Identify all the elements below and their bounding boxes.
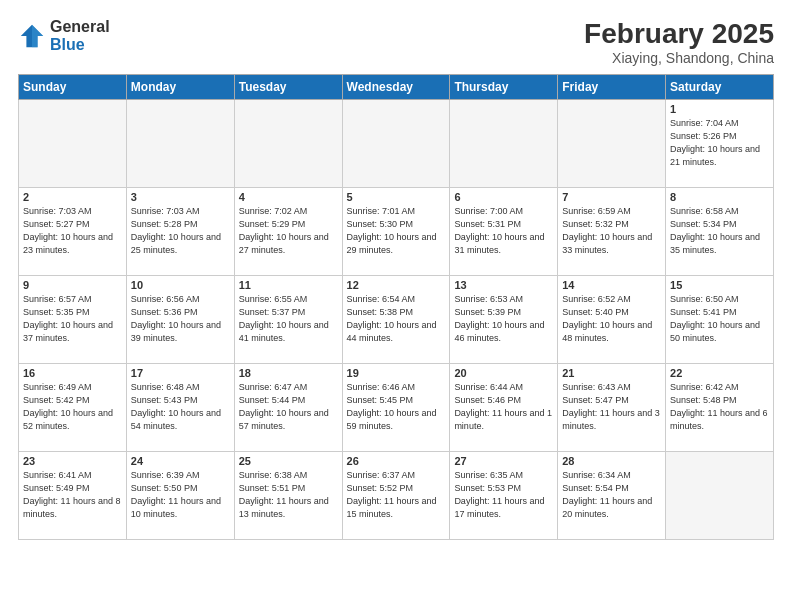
calendar-cell: 18Sunrise: 6:47 AM Sunset: 5:44 PM Dayli… bbox=[234, 364, 342, 452]
calendar-cell: 28Sunrise: 6:34 AM Sunset: 5:54 PM Dayli… bbox=[558, 452, 666, 540]
day-number: 17 bbox=[131, 367, 230, 379]
calendar-cell: 10Sunrise: 6:56 AM Sunset: 5:36 PM Dayli… bbox=[126, 276, 234, 364]
day-number: 23 bbox=[23, 455, 122, 467]
calendar-cell: 8Sunrise: 6:58 AM Sunset: 5:34 PM Daylig… bbox=[666, 188, 774, 276]
day-number: 16 bbox=[23, 367, 122, 379]
day-number: 12 bbox=[347, 279, 446, 291]
day-info: Sunrise: 6:53 AM Sunset: 5:39 PM Dayligh… bbox=[454, 293, 553, 345]
weekday-header: Thursday bbox=[450, 75, 558, 100]
day-info: Sunrise: 6:42 AM Sunset: 5:48 PM Dayligh… bbox=[670, 381, 769, 433]
day-info: Sunrise: 6:44 AM Sunset: 5:46 PM Dayligh… bbox=[454, 381, 553, 433]
calendar-cell: 17Sunrise: 6:48 AM Sunset: 5:43 PM Dayli… bbox=[126, 364, 234, 452]
day-info: Sunrise: 6:49 AM Sunset: 5:42 PM Dayligh… bbox=[23, 381, 122, 433]
day-number: 18 bbox=[239, 367, 338, 379]
day-number: 7 bbox=[562, 191, 661, 203]
calendar-week-row: 9Sunrise: 6:57 AM Sunset: 5:35 PM Daylig… bbox=[19, 276, 774, 364]
day-info: Sunrise: 7:03 AM Sunset: 5:27 PM Dayligh… bbox=[23, 205, 122, 257]
calendar-cell: 11Sunrise: 6:55 AM Sunset: 5:37 PM Dayli… bbox=[234, 276, 342, 364]
calendar-cell: 7Sunrise: 6:59 AM Sunset: 5:32 PM Daylig… bbox=[558, 188, 666, 276]
day-info: Sunrise: 7:04 AM Sunset: 5:26 PM Dayligh… bbox=[670, 117, 769, 169]
calendar-cell: 6Sunrise: 7:00 AM Sunset: 5:31 PM Daylig… bbox=[450, 188, 558, 276]
day-number: 28 bbox=[562, 455, 661, 467]
day-number: 20 bbox=[454, 367, 553, 379]
day-number: 4 bbox=[239, 191, 338, 203]
svg-marker-1 bbox=[32, 24, 43, 46]
logo-text: General Blue bbox=[50, 18, 110, 53]
calendar-cell: 27Sunrise: 6:35 AM Sunset: 5:53 PM Dayli… bbox=[450, 452, 558, 540]
page: General Blue February 2025 Xiaying, Shan… bbox=[0, 0, 792, 612]
day-info: Sunrise: 6:34 AM Sunset: 5:54 PM Dayligh… bbox=[562, 469, 661, 521]
month-title: February 2025 bbox=[584, 18, 774, 50]
day-number: 2 bbox=[23, 191, 122, 203]
day-info: Sunrise: 6:35 AM Sunset: 5:53 PM Dayligh… bbox=[454, 469, 553, 521]
calendar-cell: 24Sunrise: 6:39 AM Sunset: 5:50 PM Dayli… bbox=[126, 452, 234, 540]
calendar-cell bbox=[558, 100, 666, 188]
calendar-cell: 26Sunrise: 6:37 AM Sunset: 5:52 PM Dayli… bbox=[342, 452, 450, 540]
day-number: 24 bbox=[131, 455, 230, 467]
weekday-header: Friday bbox=[558, 75, 666, 100]
calendar-cell bbox=[450, 100, 558, 188]
weekday-header: Monday bbox=[126, 75, 234, 100]
calendar-cell: 21Sunrise: 6:43 AM Sunset: 5:47 PM Dayli… bbox=[558, 364, 666, 452]
day-info: Sunrise: 6:56 AM Sunset: 5:36 PM Dayligh… bbox=[131, 293, 230, 345]
day-number: 5 bbox=[347, 191, 446, 203]
day-number: 13 bbox=[454, 279, 553, 291]
logo-general: General bbox=[50, 18, 110, 36]
day-info: Sunrise: 6:54 AM Sunset: 5:38 PM Dayligh… bbox=[347, 293, 446, 345]
day-number: 19 bbox=[347, 367, 446, 379]
calendar-cell bbox=[126, 100, 234, 188]
calendar-cell bbox=[342, 100, 450, 188]
calendar-cell: 16Sunrise: 6:49 AM Sunset: 5:42 PM Dayli… bbox=[19, 364, 127, 452]
day-info: Sunrise: 7:02 AM Sunset: 5:29 PM Dayligh… bbox=[239, 205, 338, 257]
calendar-cell: 23Sunrise: 6:41 AM Sunset: 5:49 PM Dayli… bbox=[19, 452, 127, 540]
day-info: Sunrise: 7:01 AM Sunset: 5:30 PM Dayligh… bbox=[347, 205, 446, 257]
day-info: Sunrise: 6:43 AM Sunset: 5:47 PM Dayligh… bbox=[562, 381, 661, 433]
day-info: Sunrise: 6:39 AM Sunset: 5:50 PM Dayligh… bbox=[131, 469, 230, 521]
weekday-header: Saturday bbox=[666, 75, 774, 100]
calendar-cell: 15Sunrise: 6:50 AM Sunset: 5:41 PM Dayli… bbox=[666, 276, 774, 364]
logo-blue: Blue bbox=[50, 36, 110, 54]
day-number: 25 bbox=[239, 455, 338, 467]
weekday-header: Wednesday bbox=[342, 75, 450, 100]
title-block: February 2025 Xiaying, Shandong, China bbox=[584, 18, 774, 66]
calendar-cell bbox=[234, 100, 342, 188]
calendar-cell: 14Sunrise: 6:52 AM Sunset: 5:40 PM Dayli… bbox=[558, 276, 666, 364]
day-info: Sunrise: 6:47 AM Sunset: 5:44 PM Dayligh… bbox=[239, 381, 338, 433]
day-info: Sunrise: 6:50 AM Sunset: 5:41 PM Dayligh… bbox=[670, 293, 769, 345]
day-number: 11 bbox=[239, 279, 338, 291]
day-info: Sunrise: 6:37 AM Sunset: 5:52 PM Dayligh… bbox=[347, 469, 446, 521]
day-number: 15 bbox=[670, 279, 769, 291]
header: General Blue February 2025 Xiaying, Shan… bbox=[18, 18, 774, 66]
day-info: Sunrise: 6:48 AM Sunset: 5:43 PM Dayligh… bbox=[131, 381, 230, 433]
day-info: Sunrise: 6:59 AM Sunset: 5:32 PM Dayligh… bbox=[562, 205, 661, 257]
day-number: 3 bbox=[131, 191, 230, 203]
day-info: Sunrise: 6:58 AM Sunset: 5:34 PM Dayligh… bbox=[670, 205, 769, 257]
calendar-week-row: 2Sunrise: 7:03 AM Sunset: 5:27 PM Daylig… bbox=[19, 188, 774, 276]
day-number: 1 bbox=[670, 103, 769, 115]
calendar-week-row: 23Sunrise: 6:41 AM Sunset: 5:49 PM Dayli… bbox=[19, 452, 774, 540]
calendar: SundayMondayTuesdayWednesdayThursdayFrid… bbox=[18, 74, 774, 540]
calendar-cell: 3Sunrise: 7:03 AM Sunset: 5:28 PM Daylig… bbox=[126, 188, 234, 276]
day-info: Sunrise: 6:55 AM Sunset: 5:37 PM Dayligh… bbox=[239, 293, 338, 345]
day-info: Sunrise: 7:03 AM Sunset: 5:28 PM Dayligh… bbox=[131, 205, 230, 257]
calendar-cell: 19Sunrise: 6:46 AM Sunset: 5:45 PM Dayli… bbox=[342, 364, 450, 452]
day-info: Sunrise: 7:00 AM Sunset: 5:31 PM Dayligh… bbox=[454, 205, 553, 257]
calendar-cell: 20Sunrise: 6:44 AM Sunset: 5:46 PM Dayli… bbox=[450, 364, 558, 452]
calendar-cell: 1Sunrise: 7:04 AM Sunset: 5:26 PM Daylig… bbox=[666, 100, 774, 188]
day-number: 10 bbox=[131, 279, 230, 291]
weekday-header: Tuesday bbox=[234, 75, 342, 100]
day-number: 21 bbox=[562, 367, 661, 379]
calendar-cell bbox=[19, 100, 127, 188]
day-number: 27 bbox=[454, 455, 553, 467]
day-info: Sunrise: 6:46 AM Sunset: 5:45 PM Dayligh… bbox=[347, 381, 446, 433]
day-number: 14 bbox=[562, 279, 661, 291]
calendar-cell: 25Sunrise: 6:38 AM Sunset: 5:51 PM Dayli… bbox=[234, 452, 342, 540]
day-number: 6 bbox=[454, 191, 553, 203]
day-info: Sunrise: 6:52 AM Sunset: 5:40 PM Dayligh… bbox=[562, 293, 661, 345]
logo-icon bbox=[18, 22, 46, 50]
calendar-header-row: SundayMondayTuesdayWednesdayThursdayFrid… bbox=[19, 75, 774, 100]
calendar-week-row: 16Sunrise: 6:49 AM Sunset: 5:42 PM Dayli… bbox=[19, 364, 774, 452]
calendar-cell: 12Sunrise: 6:54 AM Sunset: 5:38 PM Dayli… bbox=[342, 276, 450, 364]
location: Xiaying, Shandong, China bbox=[584, 50, 774, 66]
day-number: 22 bbox=[670, 367, 769, 379]
